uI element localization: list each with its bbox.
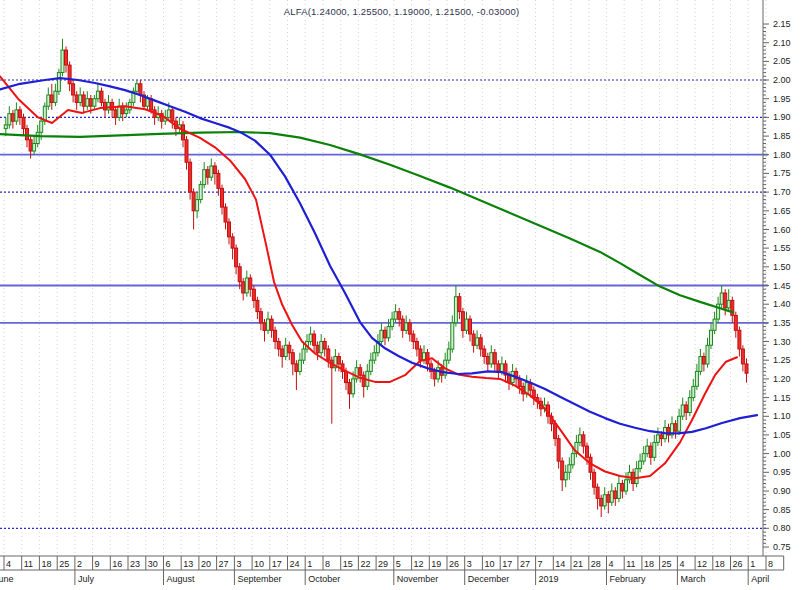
svg-text:27: 27 [520,559,530,569]
svg-text:14: 14 [555,559,565,569]
svg-text:1.80: 1.80 [773,150,791,160]
svg-text:0.80: 0.80 [773,523,791,533]
svg-text:November: November [397,574,439,584]
svg-text:21: 21 [573,559,583,569]
svg-text:2.15: 2.15 [773,19,791,29]
svg-text:4: 4 [6,559,11,569]
svg-text:1.90: 1.90 [773,112,791,122]
svg-text:6: 6 [166,559,171,569]
svg-text:1.35: 1.35 [773,318,791,328]
svg-text:20: 20 [201,559,211,569]
price-axis: 2.152.102.052.001.951.901.851.801.751.70… [763,0,791,556]
svg-text:28: 28 [591,559,601,569]
svg-text:1.40: 1.40 [773,299,791,309]
svg-text:April: April [751,574,769,584]
svg-text:15: 15 [343,559,353,569]
svg-text:11: 11 [24,559,33,569]
svg-text:19: 19 [431,559,441,569]
svg-text:1: 1 [307,559,312,569]
svg-text:1.75: 1.75 [773,168,791,178]
svg-text:1.70: 1.70 [773,187,791,197]
svg-text:13: 13 [183,559,193,569]
svg-text:1: 1 [750,559,755,569]
svg-text:March: March [680,574,705,584]
ma-medium-line [0,78,757,433]
svg-text:2.05: 2.05 [773,56,791,66]
time-axis: 4June1118252July91623306August1320273Sep… [0,556,784,585]
svg-text:August: August [167,574,196,584]
svg-text:8: 8 [768,559,773,569]
svg-text:1.55: 1.55 [773,243,791,253]
svg-text:1.15: 1.15 [773,393,791,403]
svg-text:1.95: 1.95 [773,94,791,104]
svg-text:1.10: 1.10 [773,411,791,421]
svg-text:0.95: 0.95 [773,467,791,477]
svg-text:10: 10 [254,559,264,569]
svg-text:17: 17 [502,559,512,569]
svg-text:2019: 2019 [539,574,559,584]
svg-text:1.45: 1.45 [773,281,791,291]
svg-text:18: 18 [41,559,51,569]
svg-text:1.25: 1.25 [773,355,791,365]
svg-text:11: 11 [626,559,635,569]
svg-text:1.30: 1.30 [773,337,791,347]
svg-text:1.50: 1.50 [773,262,791,272]
svg-text:18: 18 [644,559,654,569]
svg-text:0.85: 0.85 [773,505,791,515]
svg-text:September: September [237,574,281,584]
svg-text:1.85: 1.85 [773,131,791,141]
svg-text:2: 2 [77,559,82,569]
candlesticks [4,39,748,517]
svg-text:1.05: 1.05 [773,430,791,440]
svg-text:25: 25 [662,559,672,569]
svg-text:18: 18 [715,559,725,569]
svg-text:7: 7 [538,559,543,569]
svg-text:23: 23 [130,559,140,569]
svg-text:17: 17 [272,559,282,569]
svg-text:1.65: 1.65 [773,206,791,216]
svg-text:February: February [610,574,647,584]
svg-text:25: 25 [59,559,69,569]
svg-text:2.00: 2.00 [773,75,791,85]
support-resistance-lines [0,80,768,528]
chart-window: 2.152.102.052.001.951.901.851.801.751.70… [0,0,803,590]
svg-text:22: 22 [360,559,370,569]
svg-text:1.00: 1.00 [773,449,791,459]
svg-text:30: 30 [148,559,158,569]
svg-text:26: 26 [449,559,459,569]
svg-text:3: 3 [467,559,472,569]
svg-text:12: 12 [697,559,707,569]
svg-text:December: December [468,574,510,584]
svg-text:8: 8 [325,559,330,569]
svg-text:4: 4 [679,559,684,569]
svg-text:October: October [308,574,340,584]
svg-text:27: 27 [219,559,229,569]
svg-text:0.90: 0.90 [773,486,791,496]
svg-text:June: June [0,574,14,584]
svg-text:5: 5 [396,559,401,569]
svg-text:2.10: 2.10 [773,38,791,48]
svg-text:9: 9 [95,559,100,569]
price-chart-canvas[interactable]: 2.152.102.052.001.951.901.851.801.751.70… [0,0,803,590]
svg-text:3: 3 [236,559,241,569]
svg-text:10: 10 [484,559,494,569]
svg-text:26: 26 [733,559,743,569]
svg-text:0.75: 0.75 [773,542,791,552]
svg-text:24: 24 [290,559,300,569]
svg-text:1.60: 1.60 [773,225,791,235]
svg-text:16: 16 [112,559,122,569]
svg-text:July: July [78,574,95,584]
svg-text:1.20: 1.20 [773,374,791,384]
svg-text:4: 4 [609,559,614,569]
vertical-gridlines [4,0,766,556]
svg-text:29: 29 [378,559,388,569]
svg-text:12: 12 [414,559,424,569]
